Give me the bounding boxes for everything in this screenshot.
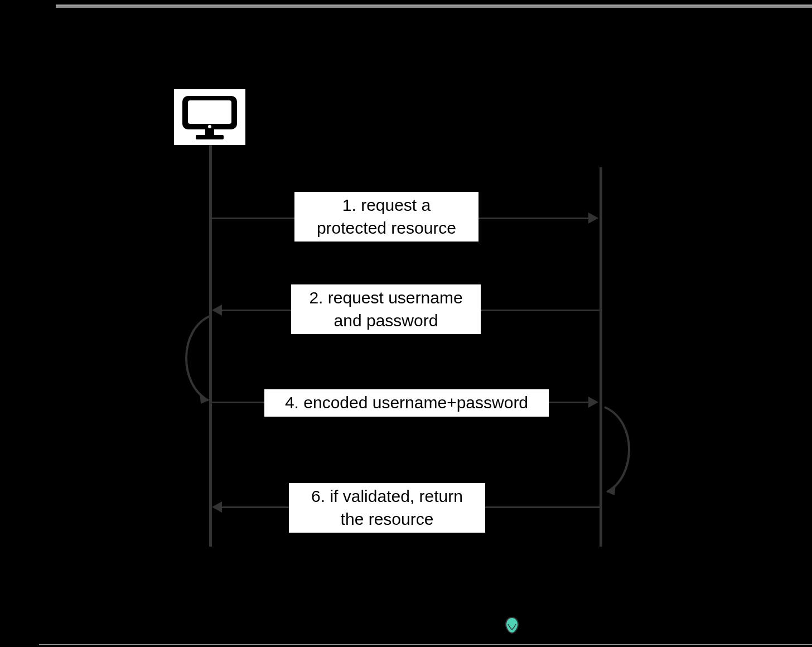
client-self-loop <box>173 312 218 413</box>
message-2-label: 2. request username and password <box>291 284 481 334</box>
page-bottom-border <box>39 644 812 645</box>
message-4-label: 4. encoded username+password <box>264 389 549 417</box>
svg-rect-3 <box>205 129 214 135</box>
svg-point-2 <box>208 125 211 128</box>
page-top-border <box>56 4 812 8</box>
client-participant <box>174 89 245 145</box>
svg-marker-6 <box>607 484 616 495</box>
svg-rect-1 <box>188 100 231 124</box>
message-4-arrow <box>588 397 598 408</box>
server-self-loop <box>599 404 644 504</box>
message-6-label: 6. if validated, return the resource <box>289 483 485 533</box>
sequence-diagram: 1. request a protected resource 2. reque… <box>0 0 812 647</box>
message-1-label: 1. request a protected resource <box>294 192 478 242</box>
yuml-watermark-icon <box>502 616 522 636</box>
monitor-icon <box>179 94 240 141</box>
svg-rect-4 <box>196 135 224 139</box>
svg-marker-5 <box>200 393 209 404</box>
message-6-arrow <box>212 501 222 513</box>
message-1-arrow <box>588 213 598 224</box>
